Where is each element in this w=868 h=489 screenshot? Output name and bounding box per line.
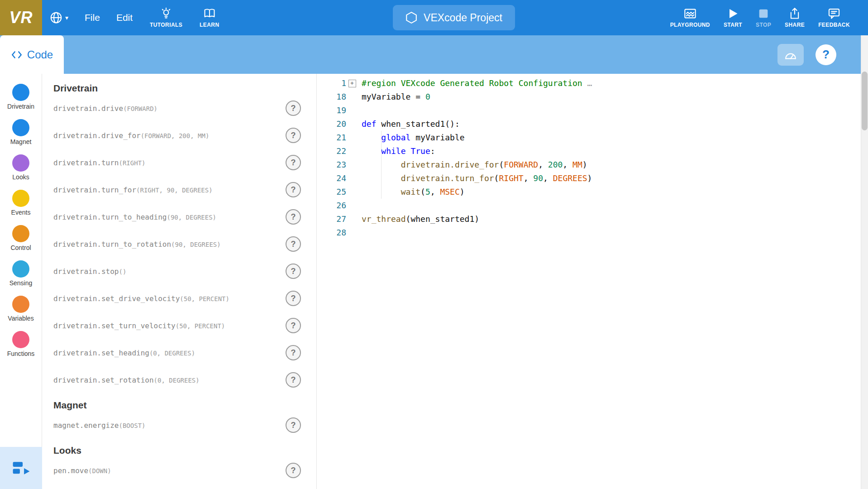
share-button[interactable]: SHARE bbox=[785, 7, 805, 28]
category-color-dot bbox=[12, 331, 29, 348]
edit-menu[interactable]: Edit bbox=[116, 12, 133, 23]
start-label: START bbox=[724, 22, 742, 28]
code-line[interactable]: 21 global myVariable bbox=[317, 131, 868, 144]
command-code-text: drivetrain.turn(RIGHT) bbox=[53, 158, 146, 167]
stop-button: STOP bbox=[756, 7, 771, 28]
command-help-button[interactable]: ? bbox=[286, 372, 301, 388]
sidebar-item-drivetrain[interactable]: Drivetrain bbox=[0, 79, 42, 115]
playground-button[interactable]: PLAYGROUND bbox=[670, 7, 710, 28]
code-line[interactable]: 25 wait(5, MSEC) bbox=[317, 185, 868, 199]
command-help-button[interactable]: ? bbox=[286, 264, 301, 279]
code-line[interactable]: 23 drivetrain.drive_for(FORWARD, 200, MM… bbox=[317, 158, 868, 172]
sidebar-item-magnet[interactable]: Magnet bbox=[0, 115, 42, 150]
command-item[interactable]: drivetrain.drive(FORWARD)? bbox=[53, 95, 316, 122]
sidebar-item-looks[interactable]: Looks bbox=[0, 150, 42, 185]
code-line[interactable]: 1+#region VEXcode Generated Robot Config… bbox=[317, 77, 868, 90]
project-title: VEXcode Project bbox=[424, 12, 502, 24]
file-menu[interactable]: File bbox=[85, 12, 100, 23]
fold-gutter bbox=[346, 104, 358, 117]
sidebar-item-sensing[interactable]: Sensing bbox=[0, 256, 42, 291]
fold-gutter bbox=[346, 117, 358, 131]
monitor-button[interactable] bbox=[777, 44, 804, 66]
start-icon bbox=[726, 7, 739, 20]
command-item[interactable]: drivetrain.stop()? bbox=[53, 258, 316, 285]
line-number: 21 bbox=[317, 131, 346, 144]
feedback-button[interactable]: FEEDBACK bbox=[818, 7, 850, 28]
share-icon bbox=[788, 7, 801, 20]
command-item[interactable]: pen.move(DOWN)? bbox=[53, 457, 316, 484]
sidebar-item-functions[interactable]: Functions bbox=[0, 326, 42, 362]
top-menu-bar: VR ▾ File Edit TUTORIALS LEARN bbox=[0, 0, 868, 35]
command-item[interactable]: drivetrain.turn(RIGHT)? bbox=[53, 149, 316, 176]
command-help-button[interactable]: ? bbox=[286, 128, 301, 143]
code-line-text: global myVariable bbox=[358, 131, 465, 144]
command-toolbox: Drivetraindrivetrain.drive(FORWARD)?driv… bbox=[43, 74, 317, 489]
sidebar-item-label: Magnet bbox=[10, 138, 32, 145]
command-help-button[interactable]: ? bbox=[286, 101, 301, 116]
command-help-button[interactable]: ? bbox=[286, 155, 301, 170]
sidebar-item-label: Drivetrain bbox=[7, 103, 34, 110]
command-code-text: drivetrain.set_drive_velocity(50, PERCEN… bbox=[53, 294, 229, 303]
code-line[interactable]: 28 bbox=[317, 226, 868, 240]
command-item[interactable]: drivetrain.set_heading(0, DEGREES)? bbox=[53, 339, 316, 366]
line-number: 26 bbox=[317, 199, 346, 212]
code-line[interactable]: 20def when_started1(): bbox=[317, 117, 868, 131]
command-code-text: drivetrain.drive(FORWARD) bbox=[53, 104, 157, 113]
vertical-scrollbar[interactable] bbox=[861, 35, 868, 489]
scrollbar-thumb[interactable] bbox=[862, 72, 868, 130]
code-line[interactable]: 22 while True: bbox=[317, 144, 868, 158]
command-help-button[interactable]: ? bbox=[286, 318, 301, 333]
learn-book-icon bbox=[203, 7, 216, 20]
toolbox-section-header: Magnet bbox=[53, 400, 316, 411]
command-item[interactable]: magnet.energize(BOOST)? bbox=[53, 412, 316, 439]
playground-label: PLAYGROUND bbox=[670, 22, 710, 28]
language-selector[interactable]: ▾ bbox=[49, 11, 68, 24]
fold-gutter bbox=[346, 90, 358, 104]
blocks-toggle-button[interactable] bbox=[0, 447, 42, 489]
sidebar-item-label: Functions bbox=[7, 350, 35, 357]
learn-label: LEARN bbox=[200, 22, 219, 28]
command-item[interactable]: drivetrain.set_drive_velocity(50, PERCEN… bbox=[53, 285, 316, 312]
code-line[interactable]: 18myVariable = 0 bbox=[317, 90, 868, 104]
line-number: 22 bbox=[317, 144, 346, 158]
command-help-button[interactable]: ? bbox=[286, 345, 301, 360]
code-line-text bbox=[358, 199, 362, 212]
command-code-text: drivetrain.drive_for(FORWARD, 200, MM) bbox=[53, 131, 209, 140]
help-button[interactable]: ? bbox=[816, 44, 836, 65]
sidebar-item-variables[interactable]: Variables bbox=[0, 291, 42, 326]
command-item[interactable]: drivetrain.turn_for(RIGHT, 90, DEGREES)? bbox=[53, 176, 316, 203]
start-button[interactable]: START bbox=[724, 7, 742, 28]
command-item[interactable]: drivetrain.set_turn_velocity(50, PERCENT… bbox=[53, 312, 316, 339]
tutorials-button[interactable]: TUTORIALS bbox=[150, 7, 182, 28]
code-line-text bbox=[358, 226, 362, 240]
command-help-button[interactable]: ? bbox=[286, 236, 301, 252]
code-line[interactable]: 26 bbox=[317, 199, 868, 212]
command-item[interactable]: drivetrain.turn_to_rotation(90, DEGREES)… bbox=[53, 230, 316, 258]
command-help-button[interactable]: ? bbox=[286, 463, 301, 478]
chevron-down-icon: ▾ bbox=[65, 14, 68, 21]
category-color-dot bbox=[12, 296, 29, 313]
command-item[interactable]: drivetrain.set_rotation(0, DEGREES)? bbox=[53, 366, 316, 393]
playground-icon bbox=[683, 7, 697, 20]
code-line[interactable]: 27vr_thread(when_started1) bbox=[317, 212, 868, 226]
project-title-button[interactable]: VEXcode Project bbox=[393, 5, 515, 30]
command-help-button[interactable]: ? bbox=[286, 417, 301, 433]
command-code-text: magnet.energize(BOOST) bbox=[53, 421, 146, 430]
toolbar: Code ? bbox=[0, 35, 868, 74]
sidebar-item-events[interactable]: Events bbox=[0, 185, 42, 221]
code-line[interactable]: 24 drivetrain.turn_for(RIGHT, 90, DEGREE… bbox=[317, 172, 868, 185]
tab-code[interactable]: Code bbox=[0, 35, 64, 74]
vexcode-vr-logo[interactable]: VR bbox=[0, 0, 42, 35]
command-code-text: pen.move(DOWN) bbox=[53, 466, 111, 475]
code-editor[interactable]: 1+#region VEXcode Generated Robot Config… bbox=[317, 74, 868, 489]
fold-expand-button[interactable]: + bbox=[348, 80, 356, 87]
command-help-button[interactable]: ? bbox=[286, 209, 301, 225]
command-item[interactable]: drivetrain.turn_to_heading(90, DEGREES)? bbox=[53, 203, 316, 230]
command-help-button[interactable]: ? bbox=[286, 182, 301, 197]
command-help-button[interactable]: ? bbox=[286, 291, 301, 306]
sidebar-item-control[interactable]: Control bbox=[0, 221, 42, 256]
code-line[interactable]: 19 bbox=[317, 104, 868, 117]
learn-button[interactable]: LEARN bbox=[200, 7, 219, 28]
tutorials-label: TUTORIALS bbox=[150, 22, 182, 28]
command-item[interactable]: drivetrain.drive_for(FORWARD, 200, MM)? bbox=[53, 122, 316, 149]
